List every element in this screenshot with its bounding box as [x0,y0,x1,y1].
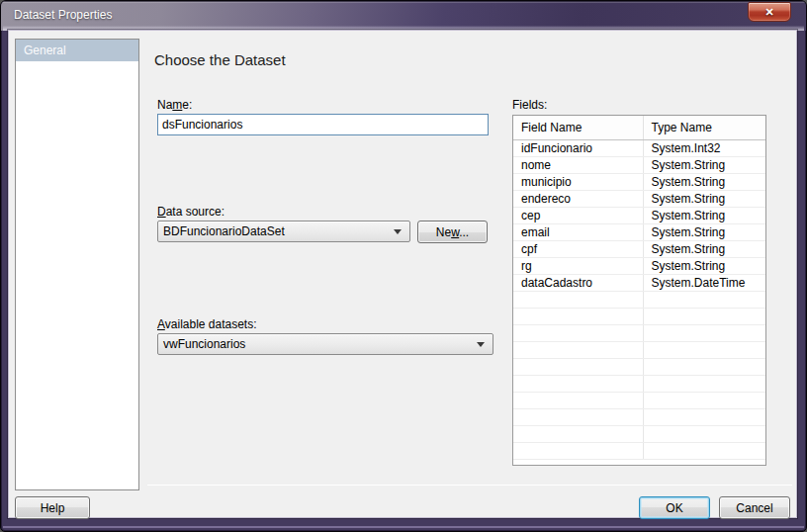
table-row[interactable]: cepSystem.String [513,207,765,223]
pages-list: General [15,39,139,490]
table-cell [513,392,643,408]
table-cell: idFuncionario [513,139,643,156]
table-cell: dataCadastro [513,274,643,291]
table-cell: System.Int32 [643,139,765,156]
footer-separator [147,485,792,486]
fields-label: Fields: [512,98,547,112]
table-cell: System.String [643,173,765,190]
table-row-empty [513,341,765,358]
table-cell: endereco [513,190,643,207]
dataset-properties-dialog: Dataset Properties ✕ General Choose the … [0,0,807,532]
table-row-empty [513,358,765,375]
dropdown-arrow-icon [394,229,402,234]
ok-button[interactable]: OK [639,496,710,519]
table-cell: rg [513,257,643,274]
window-frame-highlight [3,526,804,528]
table-row-empty [513,308,765,324]
fields-table-body: idFuncionarioSystem.Int32nomeSystem.Stri… [513,139,765,459]
table-cell [513,442,643,459]
table-cell: System.String [643,156,765,173]
sidebar-item-label: General [24,44,66,57]
dialog-body: General Choose the Dataset Name: Data so… [9,31,796,517]
table-cell: cpf [513,240,643,257]
table-cell [513,291,643,308]
table-row-empty [513,291,765,308]
table-header-row: Field Name Type Name [513,116,765,139]
table-cell: System.String [643,223,765,240]
column-header-field-name[interactable]: Field Name [513,116,643,139]
table-cell: System.String [643,190,765,207]
table-row[interactable]: dataCadastroSystem.DateTime [513,274,765,291]
table-cell [643,408,765,425]
table-row[interactable]: rgSystem.String [513,257,765,274]
table-cell [643,375,765,392]
table-cell [643,308,765,324]
dataset-name-input[interactable] [157,114,489,135]
table-row[interactable]: idFuncionarioSystem.Int32 [513,139,765,156]
table-cell: System.String [643,257,765,274]
table-row[interactable]: enderecoSystem.String [513,190,765,207]
table-cell [643,291,765,308]
data-source-label: Data source: [157,205,224,219]
table-cell [513,308,643,324]
table-cell: System.String [643,207,765,223]
table-row[interactable]: emailSystem.String [513,223,765,240]
cancel-button[interactable]: Cancel [719,496,790,519]
available-datasets-combobox[interactable]: vwFuncionarios [157,333,493,355]
table-cell [513,341,643,358]
data-source-selected-value: BDFuncionarioDataSet [163,224,285,238]
table-cell [643,392,765,408]
table-row-empty [513,392,765,408]
available-datasets-selected-value: vwFuncionarios [163,337,245,351]
window-title: Dataset Properties [14,8,112,22]
dropdown-arrow-icon [477,342,485,347]
title-bar[interactable]: Dataset Properties ✕ [1,1,806,31]
table-row-empty [513,375,765,392]
help-button[interactable]: Help [15,496,90,519]
table-cell: municipio [513,173,643,190]
table-cell [643,341,765,358]
table-cell [513,375,643,392]
table-cell: email [513,223,643,240]
sidebar-item-general[interactable]: General [16,40,138,61]
available-datasets-label: Available datasets: [157,317,257,331]
table-cell: nome [513,156,643,173]
fields-table[interactable]: Field Name Type Name idFuncionarioSystem… [512,115,766,466]
table-row-empty [513,408,765,425]
table-cell [513,425,643,442]
table-row-empty [513,425,765,442]
close-icon: ✕ [764,6,773,18]
table-cell [643,324,765,341]
table-row-empty [513,324,765,341]
table-cell: System.String [643,240,765,257]
table-cell [513,324,643,341]
table-row-empty [513,442,765,459]
table-cell [643,442,765,459]
table-cell [643,358,765,375]
page-title: Choose the Dataset [154,51,286,68]
table-cell: cep [513,207,643,223]
table-row[interactable]: cpfSystem.String [513,240,765,257]
close-button[interactable]: ✕ [748,2,791,22]
table-cell: System.DateTime [643,274,765,291]
new-data-source-button[interactable]: New... [417,221,488,243]
table-row[interactable]: nomeSystem.String [513,156,765,173]
table-cell [513,408,643,425]
column-header-type-name[interactable]: Type Name [643,116,765,139]
data-source-combobox[interactable]: BDFuncionarioDataSet [157,221,410,242]
table-cell [643,425,765,442]
table-cell [513,358,643,375]
table-row[interactable]: municipioSystem.String [513,173,765,190]
name-label: Name: [157,98,192,112]
